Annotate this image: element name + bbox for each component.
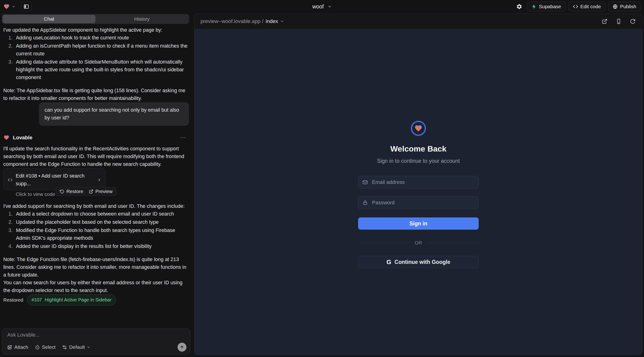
list-item: Modified the Edge Function to handle bot… [16,226,189,242]
chevron-right-icon [97,178,101,182]
lovable-heart-icon [3,135,10,140]
chevron-down-icon [87,346,90,349]
mobile-view-button[interactable] [615,18,622,25]
chat-transcript: I've updated the AppSidebar component to… [3,26,189,326]
preview-toolbar-icons [601,18,636,25]
attach-label: Attach [14,344,28,350]
divider-line [426,243,479,243]
send-button[interactable] [178,343,186,352]
edit-code-label: Edit code [580,4,601,10]
topbar-left [3,0,32,13]
edit-card-title: Edit #108 • Add user ID search supp... [16,172,94,188]
preview-viewport: Welcome Back Sign in to continue to your… [194,29,642,355]
restored-version-badge[interactable]: #107 Highlight Active Page in Sidebar [27,294,116,306]
list-item: Adding useLocation hook to track the cur… [16,34,189,42]
mode-selector[interactable]: Default [62,344,90,350]
list-item: Adding an isCurrentPath helper function … [16,42,189,58]
preview-url-selector[interactable]: preview--woof.lovable.app / index [200,18,284,24]
select-label: Select [42,344,56,350]
publish-label: Publish [620,4,636,10]
mode-label: Default [69,344,85,350]
preview-url-page: index [266,18,278,24]
project-name: woof [312,4,324,10]
select-target-icon [35,345,40,350]
sidebar-toggle-button[interactable] [21,2,32,12]
edit-actions-bar: Restore Preview [56,187,116,196]
arrow-up-icon [180,345,184,350]
assistant-note: Note: The AppSidebar.tsx file is getting… [3,87,189,102]
code-icon [573,4,578,9]
restore-label: Restore [66,188,83,194]
attach-image-icon [7,345,12,350]
signin-card: Welcome Back Sign in to continue to your… [358,121,479,268]
attach-button[interactable]: Attach [7,344,28,350]
page-subtitle: Sign in to continue to your account [358,158,479,164]
lock-icon [362,200,368,206]
chat-input[interactable] [7,332,185,342]
list-item: Added a select dropdown to choose betwee… [16,210,189,218]
chevron-down-icon [280,20,284,23]
lovable-app-window: woof Supabase Edit code [0,0,644,357]
assistant-list: Added a select dropdown to choose betwee… [3,210,189,250]
assistant-paragraph: You can now search for users by either t… [3,279,189,294]
user-message-bubble: can you add support for searching not on… [39,102,189,126]
divider-line [358,243,410,243]
heart-icon [414,124,422,132]
restored-row: Restored #107 Highlight Active Page in S… [3,294,189,306]
assistant-paragraph: I'll update the search functionality in … [3,145,189,168]
select-button[interactable]: Select [35,344,56,350]
topbar: woof Supabase Edit code [0,0,644,13]
list-item: Updated the placeholder text based on th… [16,218,189,226]
list-item: Adding data-active attribute to SidebarM… [16,58,189,82]
assistant-note: Note: The Edge Function file (fetch-fire… [3,256,189,279]
gear-icon [516,4,522,10]
supabase-icon [532,4,536,9]
supabase-button[interactable]: Supabase [527,2,566,12]
sidebar-panel-icon [24,4,29,10]
chat-panel: Chat History I've updated the AppSidebar… [0,13,192,357]
external-link-icon [602,18,608,24]
sliders-icon [62,345,67,350]
external-link-icon [89,189,93,194]
password-field[interactable] [358,196,479,209]
preview-button[interactable]: Preview [89,188,112,194]
google-signin-label: Continue with Google [394,259,450,265]
restored-version-id: #107 [32,296,42,304]
restore-button[interactable]: Restore [60,188,83,194]
assistant-paragraph: I've added support for searching by both… [3,202,189,210]
signin-button[interactable]: Sign in [358,218,479,230]
assistant-name: Lovable [13,134,32,142]
project-title-menu[interactable]: woof [312,0,332,13]
supabase-label: Supabase [539,4,561,10]
google-signin-button[interactable]: G Continue with Google [358,256,479,268]
tab-chat[interactable]: Chat [2,15,96,23]
assistant-list: Adding useLocation hook to track the cur… [3,34,189,82]
lovable-heart-icon [3,4,10,10]
globe-icon [612,4,618,9]
composer-toolbar: Attach Select Default [7,342,186,352]
app-logo [411,121,426,136]
preview-url-host: preview--woof.lovable.app / [200,18,263,24]
divider-label: OR [415,240,422,246]
topbar-actions: Supabase Edit code Publish [514,0,641,13]
preview-urlbar: preview--woof.lovable.app / index [194,14,642,29]
page-title: Welcome Back [358,144,479,154]
refresh-icon [630,18,636,24]
restore-icon [60,189,64,194]
assistant-header: Lovable ⋯ [3,134,189,142]
mobile-phone-icon [616,18,622,24]
restored-label: Restored [3,296,23,304]
or-divider: OR [358,240,479,246]
lovable-logo-menu[interactable] [3,4,16,10]
edit-card-container: Edit #108 • Add user ID search supp... C… [3,168,189,196]
refresh-button[interactable] [629,18,636,25]
tab-history[interactable]: History [96,15,188,23]
open-in-new-tab-button[interactable] [601,18,608,25]
assistant-paragraph: I've updated the AppSidebar component to… [3,26,189,34]
google-icon: G [386,258,391,266]
message-options-button[interactable]: ⋯ [180,134,187,142]
email-field[interactable] [358,176,479,188]
publish-button[interactable]: Publish [608,2,641,12]
edit-code-button[interactable]: Edit code [568,2,606,12]
settings-button[interactable] [514,2,524,12]
